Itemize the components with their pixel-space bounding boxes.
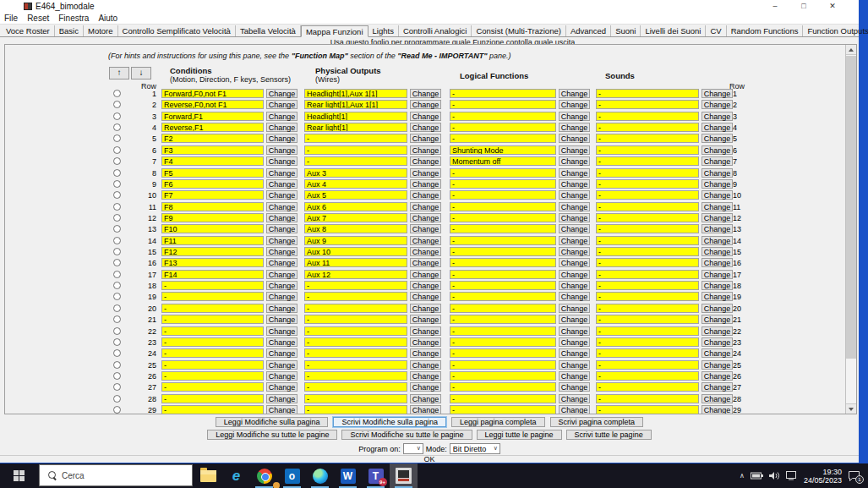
sounds-field[interactable]: - <box>596 382 699 392</box>
sounds-field[interactable]: - <box>596 315 699 324</box>
conditions-field[interactable]: - <box>161 337 264 347</box>
change-physical-outputs-button[interactable]: Change <box>410 326 441 336</box>
logical-functions-field[interactable]: - <box>450 270 556 279</box>
change-sounds-button[interactable]: Change <box>701 315 733 324</box>
change-logical-functions-button[interactable]: Change <box>559 179 590 189</box>
physical-outputs-field[interactable]: Aux 10 <box>304 247 407 256</box>
logical-functions-field[interactable]: - <box>450 247 556 256</box>
change-physical-outputs-button[interactable]: Change <box>410 213 441 222</box>
change-sounds-button[interactable]: Change <box>701 348 733 358</box>
change-sounds-button[interactable]: Change <box>701 292 733 301</box>
change-physical-outputs-button[interactable]: Change <box>410 190 441 200</box>
menu-finestra[interactable]: Finestra <box>58 14 89 23</box>
tab-controllo-semplificato-velocit[interactable]: Controllo Semplificato Velocità <box>118 25 236 36</box>
change-conditions-button[interactable]: Change <box>266 405 298 414</box>
sounds-field[interactable]: - <box>596 326 699 336</box>
logical-functions-field[interactable]: - <box>450 190 556 200</box>
row-select-radio[interactable] <box>113 349 121 357</box>
change-conditions-button[interactable]: Change <box>266 112 298 121</box>
physical-outputs-field[interactable]: Aux 6 <box>304 202 407 211</box>
change-physical-outputs-button[interactable]: Change <box>410 405 441 414</box>
tab-suoni[interactable]: Suoni <box>611 25 641 36</box>
change-sounds-button[interactable]: Change <box>701 281 733 290</box>
conditions-field[interactable]: F13 <box>161 258 264 267</box>
tab-basic[interactable]: Basic <box>55 25 84 36</box>
conditions-field[interactable]: - <box>161 304 264 313</box>
search-input[interactable] <box>62 471 172 480</box>
network-icon[interactable] <box>786 471 798 480</box>
change-sounds-button[interactable]: Change <box>701 123 733 132</box>
conditions-field[interactable]: F8 <box>161 202 264 211</box>
change-logical-functions-button[interactable]: Change <box>559 112 590 121</box>
row-select-radio[interactable] <box>113 191 121 199</box>
change-conditions-button[interactable]: Change <box>266 100 298 109</box>
physical-outputs-field[interactable]: - <box>304 382 407 392</box>
change-conditions-button[interactable]: Change <box>266 213 298 222</box>
physical-outputs-field[interactable]: - <box>304 337 407 347</box>
conditions-field[interactable]: - <box>161 315 264 324</box>
logical-functions-field[interactable]: - <box>450 89 556 98</box>
sounds-field[interactable]: - <box>596 156 699 166</box>
change-logical-functions-button[interactable]: Change <box>559 236 590 245</box>
conditions-field[interactable]: F2 <box>161 134 264 143</box>
change-logical-functions-button[interactable]: Change <box>559 145 590 155</box>
change-sounds-button[interactable]: Change <box>701 304 733 313</box>
change-sounds-button[interactable]: Change <box>701 224 733 233</box>
conditions-field[interactable]: - <box>161 281 264 290</box>
change-sounds-button[interactable]: Change <box>701 371 733 381</box>
change-logical-functions-button[interactable]: Change <box>559 100 590 109</box>
sounds-field[interactable]: - <box>596 394 699 403</box>
change-physical-outputs-button[interactable]: Change <box>410 156 441 166</box>
row-select-radio[interactable] <box>113 134 121 142</box>
change-physical-outputs-button[interactable]: Change <box>410 382 441 392</box>
logical-functions-field[interactable]: - <box>450 123 556 132</box>
row-select-radio[interactable] <box>113 304 121 312</box>
logical-functions-field[interactable]: - <box>450 236 556 245</box>
change-conditions-button[interactable]: Change <box>266 134 298 143</box>
change-physical-outputs-button[interactable]: Change <box>410 100 441 109</box>
sounds-field[interactable]: - <box>596 134 699 143</box>
conditions-field[interactable]: F6 <box>161 179 264 189</box>
conditions-field[interactable]: - <box>161 394 264 403</box>
logical-functions-field[interactable]: - <box>450 179 556 189</box>
change-conditions-button[interactable]: Change <box>266 202 298 211</box>
tray-expand-icon[interactable]: ∧ <box>740 472 745 480</box>
edge-icon[interactable] <box>306 463 334 488</box>
tab-function-outputs[interactable]: Function Outputs <box>803 25 868 36</box>
change-conditions-button[interactable]: Change <box>266 315 298 324</box>
sounds-field[interactable]: - <box>596 123 699 132</box>
file-explorer-icon[interactable] <box>194 463 222 488</box>
maximize-button[interactable]: □ <box>789 0 818 13</box>
change-conditions-button[interactable]: Change <box>266 348 298 358</box>
menu-aiuto[interactable]: Aiuto <box>98 14 117 23</box>
change-physical-outputs-button[interactable]: Change <box>410 112 441 121</box>
row-select-radio[interactable] <box>113 361 121 369</box>
change-physical-outputs-button[interactable]: Change <box>410 337 441 347</box>
tab-advanced[interactable]: Advanced <box>566 25 611 36</box>
sounds-field[interactable]: - <box>596 281 699 290</box>
row-select-radio[interactable] <box>113 327 121 335</box>
conditions-field[interactable]: F9 <box>161 213 264 222</box>
scroll-up-arrow-icon[interactable] <box>846 45 856 55</box>
change-sounds-button[interactable]: Change <box>701 394 733 403</box>
change-conditions-button[interactable]: Change <box>266 394 298 403</box>
tab-lights[interactable]: Lights <box>368 25 399 36</box>
change-logical-functions-button[interactable]: Change <box>559 258 590 267</box>
taskbar-search[interactable] <box>39 464 193 486</box>
logical-functions-field[interactable]: - <box>450 292 556 301</box>
outlook-icon[interactable]: o <box>278 463 306 488</box>
row-select-radio[interactable] <box>113 157 121 165</box>
change-conditions-button[interactable]: Change <box>266 360 298 370</box>
physical-outputs-field[interactable]: Rear light[1],Aux 1[1] <box>304 100 407 109</box>
row-select-radio[interactable] <box>113 101 121 108</box>
notification-center-icon[interactable]: 1 <box>848 470 860 481</box>
tab-tabella-velocit[interactable]: Tabella Velocità <box>236 25 301 36</box>
physical-outputs-field[interactable]: Headlight[1],Aux 1[1] <box>304 89 407 98</box>
logical-functions-field[interactable]: - <box>450 202 556 211</box>
move-row-up-button[interactable]: ↑ <box>109 67 129 80</box>
row-select-radio[interactable] <box>113 406 121 414</box>
change-physical-outputs-button[interactable]: Change <box>410 315 441 324</box>
change-logical-functions-button[interactable]: Change <box>559 190 590 200</box>
row-select-radio[interactable] <box>113 90 121 97</box>
change-conditions-button[interactable]: Change <box>266 236 298 245</box>
